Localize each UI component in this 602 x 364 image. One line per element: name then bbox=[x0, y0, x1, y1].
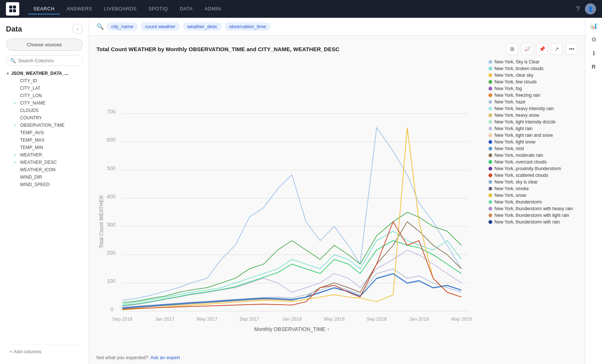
legend-item: New York, light rain bbox=[488, 125, 578, 132]
svg-text:Sep 2016: Sep 2016 bbox=[112, 317, 132, 322]
legend-dot bbox=[488, 67, 492, 70]
column-tree: ▼JSON_WEATHER_DATA_...CITY_IDCITY_LATCIT… bbox=[0, 70, 89, 340]
legend-item: New York, scattered clouds bbox=[488, 172, 578, 179]
bar-chart-icon[interactable]: 📊 bbox=[590, 22, 598, 29]
legend-label: New York, thunderstorm bbox=[494, 199, 542, 205]
tree-child-item[interactable]: ✓WEATHER_DESC bbox=[3, 159, 86, 166]
tree-child-item[interactable]: CITY_LAT bbox=[3, 85, 86, 92]
tree-child-label: WEATHER_DESC bbox=[20, 160, 57, 165]
legend-label: New York, scattered clouds bbox=[494, 173, 548, 178]
nav-admin[interactable]: ADMIN bbox=[199, 4, 226, 14]
tree-child-item[interactable]: WIND_SPEED bbox=[3, 181, 86, 188]
line-chart-button[interactable]: 📈 bbox=[521, 43, 533, 55]
sidebar-collapse-button[interactable]: ‹ bbox=[72, 24, 83, 34]
nav-search[interactable]: SEARCH bbox=[28, 4, 60, 14]
right-rail: 📊 ⚙ ℹ R bbox=[585, 18, 602, 364]
legend-label: New York, sky is clear bbox=[494, 179, 538, 185]
tree-child-item[interactable]: ✓WEATHER bbox=[3, 151, 86, 159]
legend-item: New York, haze bbox=[488, 99, 578, 105]
tree-child-item[interactable]: CITY_LON bbox=[3, 92, 86, 99]
search-columns-input[interactable] bbox=[18, 58, 79, 63]
tree-child-item[interactable]: TEMP_MIN bbox=[3, 144, 86, 151]
svg-text:Sep 2018: Sep 2018 bbox=[366, 317, 386, 322]
settings-icon[interactable]: ⚙ bbox=[591, 36, 596, 43]
svg-text:600: 600 bbox=[107, 137, 116, 143]
legend-item: New York, moderate rain bbox=[488, 152, 578, 159]
legend-dot bbox=[488, 107, 492, 110]
legend-item: New York, few clouds bbox=[488, 79, 578, 85]
tree-child-item[interactable]: CITY_ID bbox=[3, 77, 86, 85]
legend-label: New York, few clouds bbox=[494, 79, 537, 85]
legend-dot bbox=[488, 200, 492, 204]
svg-text:Total Count WEATHER: Total Count WEATHER bbox=[98, 195, 104, 248]
tree-child-item[interactable]: CLOUDS bbox=[3, 107, 86, 114]
svg-text:700: 700 bbox=[107, 109, 116, 115]
legend-label: New York, light intensity drizzle bbox=[494, 119, 556, 125]
main-content: 🔍 city_namecount weatherweather_descobse… bbox=[89, 18, 585, 364]
not-expected-text: Not what you expected? bbox=[96, 355, 148, 360]
legend-label: New York, broken clouds bbox=[494, 66, 543, 71]
sidebar-title: Data bbox=[6, 25, 22, 33]
legend-dot bbox=[488, 214, 492, 217]
nav-answers[interactable]: ANSWERS bbox=[61, 4, 97, 14]
logo bbox=[6, 2, 19, 16]
legend-label: New York, freezing rain bbox=[494, 93, 540, 98]
legend-dot bbox=[488, 80, 492, 84]
tree-check-icon: ✓ bbox=[13, 153, 19, 158]
svg-text:500: 500 bbox=[107, 165, 116, 171]
tree-child-item[interactable]: ✓CITY_NAME bbox=[3, 99, 86, 107]
r-icon[interactable]: R bbox=[592, 63, 596, 70]
svg-rect-1 bbox=[13, 6, 16, 9]
legend-label: New York, thunderstorm with light rain bbox=[494, 213, 569, 218]
choose-sources-button[interactable]: Choose sources bbox=[6, 39, 83, 51]
tree-parent-node[interactable]: ▼JSON_WEATHER_DATA_... bbox=[3, 70, 86, 77]
topnav: SEARCH ANSWERS LIVEBOARDS SPOTIQ DATA AD… bbox=[0, 0, 602, 18]
tree-child-item[interactable]: ✓OBSERVATION_TIME bbox=[3, 122, 86, 129]
search-chip[interactable]: city_name bbox=[107, 22, 138, 31]
ask-expert-link[interactable]: Ask an expert bbox=[150, 355, 180, 360]
tree-child-item[interactable]: COUNTRY bbox=[3, 114, 86, 122]
legend-label: New York, haze bbox=[494, 99, 525, 105]
legend-item: New York, smoke bbox=[488, 185, 578, 192]
legend-item: New York, proximity thunderstorm bbox=[488, 165, 578, 172]
help-icon[interactable]: ? bbox=[576, 5, 580, 13]
legend-item: New York, snow bbox=[488, 192, 578, 199]
chart-container: 0 100 200 300 400 500 600 700 Total Coun… bbox=[96, 59, 578, 347]
svg-text:100: 100 bbox=[107, 278, 116, 284]
tree-child-item[interactable]: WIND_DIR bbox=[3, 173, 86, 181]
chart-svg-wrapper: 0 100 200 300 400 500 600 700 Total Coun… bbox=[96, 59, 483, 347]
user-avatar[interactable]: 👤 bbox=[585, 3, 596, 14]
table-view-button[interactable]: ⊞ bbox=[506, 43, 518, 55]
nav-liveboards[interactable]: LIVEBOARDS bbox=[99, 4, 142, 14]
tree-child-item[interactable]: TEMP_AVG bbox=[3, 129, 86, 136]
chart-title: Total Count WEATHER by Monthly OBSERVATI… bbox=[96, 46, 339, 52]
share-button[interactable]: ↗ bbox=[551, 43, 563, 55]
legend-item: New York, Sky is Clear bbox=[488, 59, 578, 65]
tree-child-label: TEMP_AVG bbox=[20, 130, 44, 135]
search-chip[interactable]: observation_time bbox=[225, 22, 270, 31]
legend-dot bbox=[488, 180, 492, 184]
main-layout: Data ‹ Choose sources 🔍 ▼JSON_WEATHER_DA… bbox=[0, 18, 602, 364]
nav-data[interactable]: DATA bbox=[175, 4, 198, 14]
search-chip[interactable]: count weather bbox=[141, 22, 180, 31]
tree-child-label: WEATHER bbox=[20, 152, 42, 158]
tree-child-label: CITY_NAME bbox=[20, 100, 46, 106]
legend-item: New York, heavy snow bbox=[488, 112, 578, 119]
info-icon[interactable]: ℹ bbox=[593, 50, 595, 57]
legend-dot bbox=[488, 173, 492, 177]
more-options-button[interactable]: ••• bbox=[566, 43, 578, 55]
nav-spotiq[interactable]: SPOTIQ bbox=[144, 4, 173, 14]
search-columns-container: 🔍 bbox=[6, 55, 83, 66]
tree-child-item[interactable]: WEATHER_ICON bbox=[3, 166, 86, 173]
legend-dot bbox=[488, 160, 492, 164]
tree-child-label: TEMP_MAX bbox=[20, 138, 45, 143]
tree-child-item[interactable]: TEMP_MAX bbox=[3, 136, 86, 144]
svg-text:Jan 2018: Jan 2018 bbox=[282, 317, 302, 322]
pin-button[interactable]: 📌 bbox=[536, 43, 548, 55]
search-chip[interactable]: weather_desc bbox=[183, 22, 222, 31]
legend-label: New York, heavy intensity rain bbox=[494, 106, 554, 111]
legend-dot bbox=[488, 167, 492, 171]
svg-text:May 2019: May 2019 bbox=[451, 317, 472, 322]
legend-dot bbox=[488, 73, 492, 77]
add-columns-button[interactable]: + Add columns bbox=[6, 344, 83, 357]
